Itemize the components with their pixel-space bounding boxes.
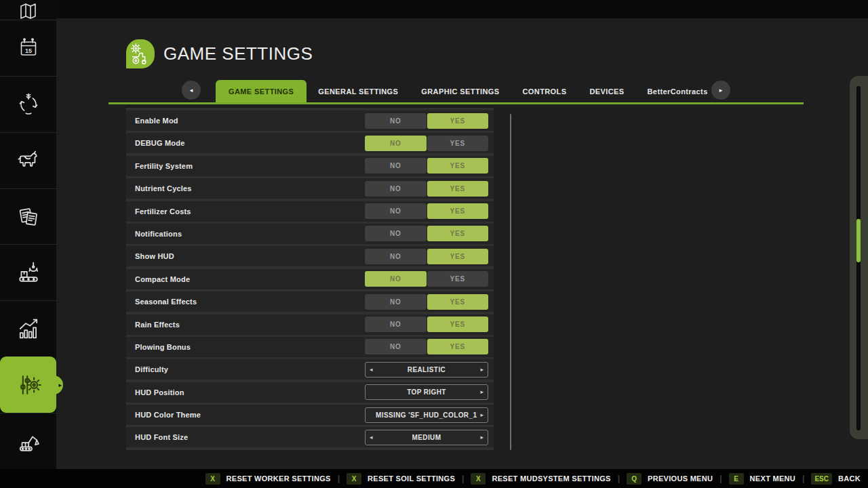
- setting-label: HUD Color Theme: [135, 405, 201, 425]
- selector-prev-icon[interactable]: ◂: [370, 363, 373, 377]
- setting-row-fertility-system: Fertility SystemNOYES: [126, 156, 494, 176]
- toggle-yes-button[interactable]: YES: [427, 226, 489, 241]
- shortcut-reset-worker-settings[interactable]: XRESET WORKER SETTINGS: [205, 473, 331, 485]
- setting-control: ◂MEDIUM▸: [365, 430, 488, 445]
- toggle-no-button[interactable]: NO: [365, 271, 427, 287]
- bottom-bar: XRESET WORKER SETTINGS|XRESET SOIL SETTI…: [0, 469, 868, 488]
- yes-no-toggle: NOYES: [365, 249, 488, 264]
- tab-devices[interactable]: DEVICES: [578, 80, 635, 102]
- sidebar-item-contracts[interactable]: [0, 188, 56, 245]
- tab-underline: [108, 102, 804, 104]
- setting-control: TOP RIGHT▸: [365, 384, 488, 400]
- setting-row-hud-position: HUD PositionTOP RIGHT▸: [126, 382, 494, 403]
- toggle-yes-button[interactable]: YES: [427, 294, 489, 310]
- settings-icon: [14, 371, 43, 399]
- sidebar-item-map[interactable]: [0, 0, 56, 20]
- yes-no-toggle: NOYES: [365, 339, 488, 354]
- shortcut-next-menu[interactable]: ENEXT MENU: [729, 473, 795, 485]
- chevron-right-icon: ▸: [719, 87, 723, 94]
- toggle-yes-button[interactable]: YES: [427, 181, 489, 197]
- setting-row-notifications: NotificationsNOYES: [126, 224, 494, 244]
- sidebar-item-statistics[interactable]: [0, 300, 56, 357]
- selector-prev-icon[interactable]: ◂: [370, 430, 373, 445]
- sidebar-item-crop-rotation[interactable]: [0, 76, 56, 132]
- setting-row-debug-mode: DEBUG ModeNOYES: [126, 133, 494, 153]
- option-selector[interactable]: ◂REALISTIC▸: [365, 362, 488, 378]
- top-strip: [0, 0, 868, 18]
- toggle-yes-button[interactable]: YES: [427, 203, 489, 219]
- shortcut-label: RESET MUDSYSTEM SETTINGS: [492, 474, 610, 483]
- sidebar-item-construction[interactable]: [0, 413, 56, 469]
- sidebar-item-calendar[interactable]: 15: [0, 20, 56, 76]
- toggle-yes-button[interactable]: YES: [427, 113, 489, 129]
- toggle-no-button[interactable]: NO: [365, 158, 427, 174]
- key-badge-x: X: [471, 473, 486, 485]
- setting-control: NOYES: [365, 317, 488, 332]
- tab-bettercontracts[interactable]: BetterContracts: [636, 80, 719, 102]
- sidebar-item-production[interactable]: [0, 244, 56, 300]
- option-selector[interactable]: ◂MEDIUM▸: [365, 430, 488, 445]
- toggle-no-button[interactable]: NO: [365, 294, 427, 310]
- yes-no-toggle: NOYES: [365, 113, 488, 129]
- tabs-next-button[interactable]: ▸: [711, 81, 730, 100]
- toggle-yes-button[interactable]: YES: [427, 158, 489, 174]
- option-selector[interactable]: TOP RIGHT▸: [365, 384, 488, 400]
- toggle-yes-button[interactable]: YES: [427, 317, 489, 332]
- toggle-no-button[interactable]: NO: [365, 249, 427, 264]
- chevron-left-icon: ◂: [190, 87, 193, 94]
- shortcut-back[interactable]: ESCBACK: [811, 473, 861, 485]
- separator: |: [719, 474, 722, 483]
- page-scrollbar-thumb[interactable]: [856, 219, 861, 262]
- selector-next-icon[interactable]: ▸: [480, 408, 484, 422]
- selector-next-icon[interactable]: ▸: [480, 430, 484, 445]
- setting-label: Show HUD: [135, 246, 174, 266]
- tabs-prev-button[interactable]: ◂: [182, 81, 201, 100]
- toggle-no-button[interactable]: NO: [365, 136, 427, 151]
- setting-control: NOYES: [365, 339, 488, 354]
- shortcut-reset-mudsystem-settings[interactable]: XRESET MUDSYSTEM SETTINGS: [471, 473, 610, 485]
- tab-graphic-settings[interactable]: GRAPHIC SETTINGS: [410, 80, 511, 102]
- toggle-no-button[interactable]: NO: [365, 339, 427, 354]
- shortcut-label: BACK: [838, 474, 861, 483]
- setting-control: NOYES: [365, 294, 488, 310]
- selector-value: MEDIUM: [412, 430, 441, 445]
- key-badge-x: X: [347, 473, 361, 485]
- game-settings-screen: 15▸ GAME SETTINGS ◂ GAME SETTINGSGENERAL…: [0, 0, 868, 488]
- sidebar-item-animals[interactable]: [0, 132, 56, 188]
- setting-row-rain-effects: Rain EffectsNOYES: [126, 314, 494, 335]
- toggle-no-button[interactable]: NO: [365, 181, 427, 197]
- setting-label: Fertility System: [135, 156, 193, 176]
- toggle-no-button[interactable]: NO: [365, 226, 427, 241]
- toggle-yes-button[interactable]: YES: [427, 271, 489, 287]
- tab-controls[interactable]: CONTROLS: [511, 80, 578, 102]
- tab-game-settings[interactable]: GAME SETTINGS: [216, 80, 307, 102]
- setting-control: NOYES: [365, 226, 488, 241]
- shortcut-label: PREVIOUS MENU: [648, 474, 713, 483]
- shortcut-reset-soil-settings[interactable]: XRESET SOIL SETTINGS: [347, 473, 455, 485]
- page-title: GAME SETTINGS: [163, 39, 313, 68]
- setting-label: Plowing Bonus: [135, 337, 191, 357]
- list-scrollbar[interactable]: [510, 114, 511, 450]
- toggle-no-button[interactable]: NO: [365, 317, 427, 332]
- toggle-yes-button[interactable]: YES: [427, 136, 489, 151]
- separator: |: [462, 474, 464, 483]
- toggle-no-button[interactable]: NO: [365, 113, 427, 129]
- toggle-no-button[interactable]: NO: [365, 203, 427, 219]
- selector-next-icon[interactable]: ▸: [480, 363, 484, 377]
- toggle-yes-button[interactable]: YES: [427, 339, 489, 354]
- selector-value: REALISTIC: [408, 363, 446, 377]
- shortcut-previous-menu[interactable]: QPREVIOUS MENU: [627, 473, 713, 485]
- selector-next-icon[interactable]: ▸: [480, 385, 484, 399]
- setting-label: Seasonal Effects: [135, 291, 197, 312]
- option-selector[interactable]: MISSING 'SF_HUD_COLOR_1' L..▸: [365, 407, 488, 423]
- gear-tractor-icon: [127, 41, 153, 67]
- setting-row-fertilizer-costs: Fertilizer CostsNOYES: [126, 201, 494, 222]
- yes-no-toggle: NOYES: [365, 203, 488, 219]
- setting-label: Rain Effects: [135, 314, 180, 335]
- key-badge-esc: ESC: [811, 473, 832, 485]
- setting-control: ◂REALISTIC▸: [365, 362, 488, 378]
- sidebar-item-settings[interactable]: ▸: [0, 357, 56, 413]
- tab-general-settings[interactable]: GENERAL SETTINGS: [307, 80, 410, 102]
- setting-row-enable-mod: Enable ModNOYES: [126, 110, 494, 131]
- toggle-yes-button[interactable]: YES: [427, 249, 489, 264]
